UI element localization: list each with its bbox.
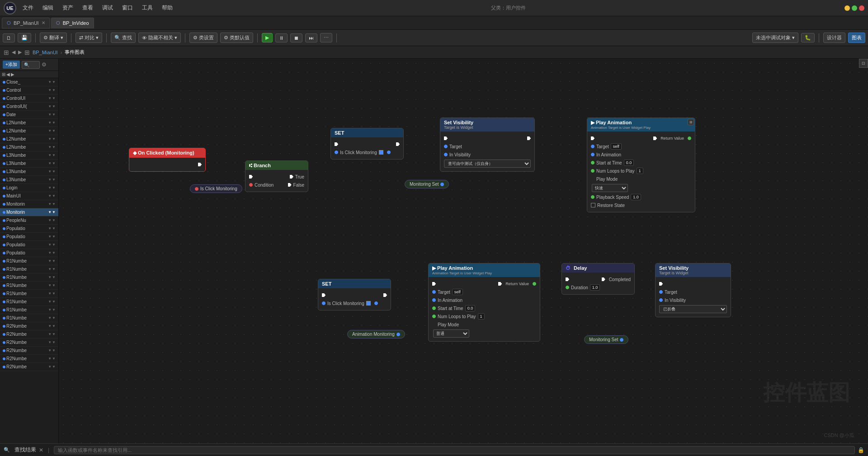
play-anim-bottom-target-pin[interactable] [432, 290, 436, 294]
sidebar-item-r1n2[interactable]: R1Numbe ▼▼ [0, 265, 58, 273]
node-monitoring-set-top[interactable]: Monitoring Set [405, 180, 449, 188]
sidebar-nav-icon[interactable]: ⊞ [2, 72, 5, 77]
blueprint-canvas[interactable]: ◆ On Clicked (Monitoring) ⑆ Branch Tr [59, 59, 868, 443]
node-set-bottom[interactable]: SET Is Click Monitoring [318, 279, 391, 310]
sidebar-item-r1n4[interactable]: R1Numbe ▼▼ [0, 282, 58, 290]
sidebar-item-pop2[interactable]: Populatio ▼▼ [0, 233, 58, 241]
debug-dropdown[interactable]: 未选中调试对象 ▾ [752, 33, 798, 43]
tab-bp-invideo[interactable]: ⬡ BP_InVideo [51, 18, 94, 28]
sidebar-item-pop1[interactable]: Populatio ▼▼ [0, 225, 58, 233]
more-btn[interactable]: ⋯ [320, 33, 332, 42]
setvis-top-exec-out[interactable] [527, 136, 531, 140]
setvis-top-vis-pin[interactable] [444, 153, 448, 156]
sidebar-item-controlui[interactable]: ControlUI ▼▼ [0, 94, 58, 103]
sidebar-item-l3n2[interactable]: L3Numbe ▼▼ [0, 160, 58, 168]
sidebar-item-r2n3[interactable]: R2Numbe ▼▼ [0, 338, 58, 347]
play-anim-top-playmode-select[interactable]: 快速 [592, 184, 628, 192]
set-bottom-checkbox[interactable] [366, 301, 371, 306]
menu-debug[interactable]: 调试 [99, 3, 116, 13]
sidebar-item-r2n5[interactable]: R2Numbe ▼▼ [0, 355, 58, 363]
close-button[interactable] [859, 5, 864, 11]
delay-duration-pin[interactable] [566, 286, 569, 289]
play-btn[interactable]: ▶ [262, 33, 273, 42]
play-anim-top-inanim-pin[interactable] [591, 153, 594, 156]
sidebar-item-r2n2[interactable]: R2Numbe ▼▼ [0, 330, 58, 338]
sidebar-item-r1n8[interactable]: R1Numbe ▼▼ [0, 314, 58, 322]
sidebar-item-pop3[interactable]: Populatio ▼▼ [0, 241, 58, 249]
save-btn[interactable]: 💾 [18, 33, 31, 42]
setvis-bottom-vis-pin[interactable] [659, 298, 663, 302]
branch-true-pin[interactable] [290, 175, 293, 179]
skip-btn[interactable]: ⏭ [305, 33, 317, 42]
classset-btn[interactable]: ⚙ 类设置 [189, 33, 217, 43]
play-anim-bottom-return-pin[interactable] [533, 282, 536, 286]
sidebar-item-r1n3[interactable]: R1Numbe ▼▼ [0, 273, 58, 282]
menu-window[interactable]: 窗口 [119, 3, 136, 13]
branch-condition-pin[interactable] [249, 183, 253, 187]
sidebar-item-date[interactable]: Date ▼▼ [0, 111, 58, 119]
sidebar-item-close[interactable]: Close_ ▼▼ [0, 78, 58, 86]
node-play-anim-top[interactable]: ⊞ ▶ Play Animation Animation Target is U… [587, 118, 695, 212]
graph-btn[interactable]: 图表 [848, 33, 865, 43]
sidebar-item-monitoring1[interactable]: Monitorin ▼▼ [0, 200, 58, 208]
sidebar-item-monitoring2[interactable]: Monitorin ▼▼ [0, 208, 58, 216]
hide-btn[interactable]: 👁 隐藏不相关 ▾ [138, 33, 181, 43]
pause-btn[interactable]: ⏸ [275, 33, 288, 42]
sidebar-forward-btn[interactable]: ▶ [11, 72, 14, 77]
classdefault-btn[interactable]: ⚙ 类默认值 [220, 33, 253, 43]
play-anim-top-target-pin[interactable] [591, 145, 594, 148]
sidebar-item-r2n1[interactable]: R2Numbe ▼▼ [0, 322, 58, 330]
sidebar-settings-icon[interactable]: ⚙ [42, 61, 47, 68]
sidebar-item-pop4[interactable]: Populatio ▼▼ [0, 249, 58, 257]
maximize-button[interactable] [852, 5, 857, 11]
sidebar-item-controlui2[interactable]: ControlUI( ▼▼ [0, 103, 58, 111]
sidebar-item-l2n3[interactable]: L2Numbe ▼▼ [0, 135, 58, 143]
node-is-click-monitoring-var[interactable]: Is Click Monitoring [190, 184, 242, 193]
play-anim-bottom-playmode-select[interactable]: 普通 [433, 329, 469, 338]
play-anim-top-return-pin[interactable] [688, 136, 691, 140]
sidebar-item-peoplenu[interactable]: PeopleNu ▼▼ [0, 216, 58, 225]
sidebar-item-r1n5[interactable]: R1Numbe ▼▼ [0, 290, 58, 298]
node-monitoring-set-bottom[interactable]: Monitoring Set [584, 335, 628, 344]
find-btn[interactable]: 🔍 查找 [111, 33, 136, 43]
menu-tools[interactable]: 工具 [139, 3, 156, 13]
set-top-exec-out[interactable] [396, 142, 400, 146]
stop-btn[interactable]: ⏹ [290, 33, 302, 42]
setvis-top-target-pin[interactable] [444, 145, 448, 148]
set-top-exec-in[interactable] [335, 142, 338, 146]
setvis-top-exec-in[interactable] [444, 136, 448, 140]
var-out-pin[interactable] [195, 187, 198, 191]
diff-btn[interactable]: ⇄ 对比 ▾ [75, 33, 102, 43]
play-anim-top-speed-pin[interactable] [591, 195, 594, 199]
on-clicked-exec-out-pin[interactable] [198, 163, 202, 166]
search-close-btn[interactable]: ✕ [39, 447, 43, 453]
node-animation-monitoring-bottom[interactable]: Animation Monitoring [347, 330, 405, 338]
delay-exec-in[interactable] [566, 277, 569, 281]
minimize-button[interactable] [844, 5, 850, 11]
set-bottom-exec-in[interactable] [322, 293, 326, 297]
play-anim-top-exec-in[interactable] [591, 136, 594, 140]
play-anim-top-starttime-pin[interactable] [591, 161, 594, 165]
sidebar-item-r1n1[interactable]: R1Numbe ▼▼ [0, 257, 58, 265]
design-btn[interactable]: 设计器 [823, 33, 845, 43]
node-set-visibility-top[interactable]: Set Visibility Target is Widget Target I… [440, 118, 535, 172]
sidebar-item-r1n6[interactable]: R1Numbe ▼▼ [0, 298, 58, 306]
set-top-out-pin[interactable] [387, 150, 391, 154]
play-anim-bottom-starttime-pin[interactable] [432, 306, 436, 310]
sidebar-item-mainui[interactable]: MainUI ▼▼ [0, 192, 58, 200]
setvis-bottom-target-pin[interactable] [659, 290, 663, 294]
menu-edit[interactable]: 编辑 [40, 3, 56, 13]
sidebar-back-btn[interactable]: ◀ [6, 72, 10, 77]
new-btn[interactable]: 🗋 [3, 33, 15, 42]
play-anim-bottom-numloops-pin[interactable] [432, 315, 436, 318]
play-anim-top-exec-out[interactable] [653, 136, 657, 140]
play-anim-bottom-exec-in[interactable] [432, 282, 436, 286]
node-delay[interactable]: ⏱ Delay Completed Duration 1.0 [561, 263, 635, 295]
setvis-bottom-exec-in[interactable] [659, 282, 663, 286]
sidebar-item-r1n7[interactable]: R1Numbe ▼▼ [0, 306, 58, 314]
sidebar-item-login[interactable]: Login ▼▼ [0, 184, 58, 192]
delay-completed-pin[interactable] [602, 277, 605, 281]
menu-asset[interactable]: 资产 [60, 3, 76, 13]
node-set-top[interactable]: SET Is Click Monitoring [330, 128, 404, 160]
set-bottom-val-pin[interactable] [322, 301, 326, 305]
